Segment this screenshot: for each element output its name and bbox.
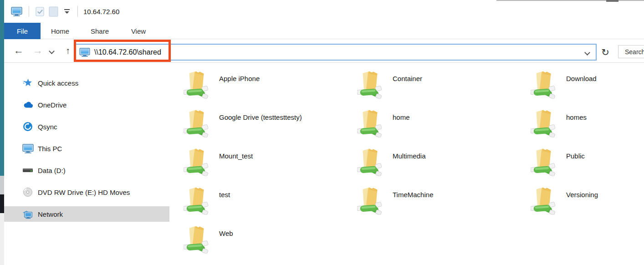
desktop-background-strip	[0, 213, 4, 265]
shared-network-folder-icon	[531, 147, 556, 177]
address-bar[interactable]: \\10.64.72.60\shared	[74, 44, 597, 61]
computer-icon[interactable]	[11, 7, 22, 16]
folder-item[interactable]: home	[354, 106, 527, 144]
shared-network-folder-icon	[531, 108, 556, 138]
onedrive-cloud-icon	[22, 99, 34, 110]
folder-name: Public	[566, 152, 585, 160]
blank-document-icon[interactable]	[49, 6, 58, 17]
folder-item[interactable]: Multimedia	[354, 144, 527, 183]
network-icon	[22, 209, 34, 219]
folder-name: Multimedia	[393, 152, 426, 160]
sidebar-item-label: OneDrive	[38, 101, 66, 109]
shared-network-folder-icon	[357, 185, 383, 215]
folder-item[interactable]: Public	[527, 144, 644, 183]
toolbar-separator	[29, 6, 29, 17]
file-list: Apple iPhone Container Download Google D…	[180, 67, 644, 260]
back-button[interactable]: ←	[11, 39, 26, 63]
quick-access-star-icon	[22, 77, 34, 88]
address-dropdown-chevron-icon[interactable]	[584, 50, 590, 56]
sidebar-item-quick-access[interactable]: Quick access	[4, 75, 169, 91]
check-document-icon[interactable]	[36, 7, 44, 16]
shared-network-folder-icon	[357, 147, 383, 177]
toolbar-separator	[77, 6, 78, 17]
folder-item[interactable]: TimeMachine	[354, 183, 527, 222]
quick-access-toolbar	[9, 6, 82, 17]
folder-name: test	[219, 191, 230, 199]
window-top-edge	[496, 0, 644, 1]
tab-share[interactable]: Share	[80, 23, 120, 39]
refresh-button[interactable]: ↻	[598, 45, 612, 60]
sidebar-item-label: Data (D:)	[38, 167, 66, 174]
dvd-disc-icon	[22, 187, 34, 198]
folder-name: home	[393, 113, 410, 121]
sidebar-item-dvd-drive[interactable]: DVD RW Drive (E:) HD Moves	[4, 184, 169, 200]
shared-network-folder-icon	[184, 69, 209, 99]
computer-icon	[79, 48, 90, 57]
folder-name: Mount_test	[219, 152, 253, 160]
folder-item[interactable]: Google Drive (testtesttesty)	[180, 106, 354, 144]
shared-network-folder-icon	[184, 185, 209, 215]
folder-name: Apple iPhone	[219, 75, 260, 82]
desktop-background-strip	[0, 0, 4, 265]
shared-network-folder-icon	[357, 108, 383, 138]
tab-view[interactable]: View	[120, 23, 157, 39]
folder-item[interactable]: Web	[180, 222, 354, 260]
title-bar: 10.64.72.60	[4, 0, 644, 23]
folder-item[interactable]: Download	[527, 67, 644, 106]
qsync-sync-icon	[22, 121, 34, 132]
folder-item[interactable]: Apple iPhone	[180, 67, 354, 106]
folder-item[interactable]: Container	[354, 67, 527, 106]
minimize-button[interactable]	[606, 0, 618, 2]
search-input[interactable]	[618, 45, 644, 58]
sidebar-item-data-drive[interactable]: Data (D:)	[4, 163, 169, 178]
folder-name: Download	[566, 75, 597, 82]
window-title: 10.64.72.60	[83, 8, 119, 15]
shared-network-folder-icon	[357, 69, 383, 99]
ribbon-tab-bar: File Home Share View	[4, 23, 644, 39]
recent-locations-chevron-icon[interactable]	[49, 48, 55, 54]
folder-item[interactable]: test	[180, 183, 354, 222]
sidebar-item-onedrive[interactable]: OneDrive	[4, 97, 169, 112]
shared-network-folder-icon	[184, 147, 209, 177]
desktop-background-strip	[0, 176, 4, 194]
folder-name: TimeMachine	[393, 191, 433, 199]
folder-name: Google Drive (testtesttesty)	[219, 113, 302, 121]
sidebar-item-qsync[interactable]: Qsync	[4, 119, 169, 134]
sidebar-item-label: DVD RW Drive (E:) HD Moves	[38, 189, 130, 196]
navigation-pane: Quick access OneDrive Qsync This PC	[4, 63, 169, 265]
folder-item[interactable]: Mount_test	[180, 144, 354, 183]
hard-drive-icon	[22, 165, 34, 176]
sidebar-item-network[interactable]: Network	[4, 206, 169, 222]
folder-name: Web	[219, 229, 233, 237]
tab-home[interactable]: Home	[41, 23, 80, 39]
folder-item[interactable]: homes	[527, 106, 644, 144]
folder-name: homes	[566, 113, 587, 121]
folder-item[interactable]: Versioning	[527, 183, 644, 222]
sidebar-item-label: Network	[38, 210, 63, 218]
up-button[interactable]: ↑	[61, 39, 75, 63]
sidebar-item-this-pc[interactable]: This PC	[4, 141, 169, 156]
sidebar-item-label: Quick access	[38, 79, 78, 87]
sidebar-item-label: This PC	[38, 145, 62, 153]
shared-network-folder-icon	[531, 69, 556, 99]
folder-name: Container	[393, 75, 422, 82]
desktop-background-strip	[0, 194, 4, 213]
this-pc-monitor-icon	[22, 143, 34, 154]
folder-name: Versioning	[566, 191, 598, 199]
shared-network-folder-icon	[531, 185, 556, 215]
forward-button[interactable]: →	[31, 39, 45, 63]
address-path: \\10.64.72.60\shared	[94, 48, 161, 56]
qat-dropdown-icon[interactable]	[64, 9, 70, 14]
sidebar-item-label: Qsync	[38, 123, 57, 131]
tab-file[interactable]: File	[4, 23, 41, 39]
shared-network-folder-icon	[184, 224, 209, 254]
shared-network-folder-icon	[184, 108, 209, 138]
